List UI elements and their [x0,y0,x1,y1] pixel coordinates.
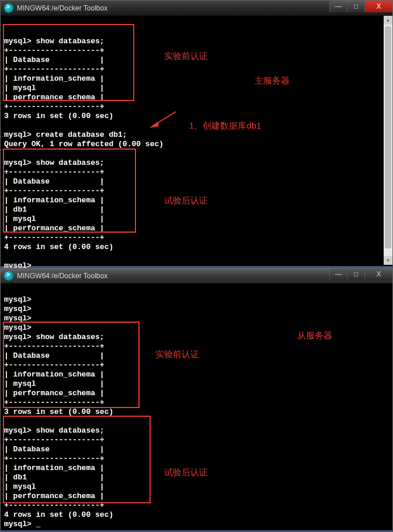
titlebar-top[interactable]: MINGW64:/e/Docker Toolbox — □ X [1,1,392,16]
table-separator: +--------------------+ [4,501,105,510]
close-button[interactable]: X [364,1,392,12]
scrollbar[interactable]: ▲ ▼ [384,16,392,265]
mysql-command: mysql> show databases; [4,158,105,167]
table-header: | Database | [4,445,105,454]
scroll-thumb[interactable] [385,26,391,248]
maximize-button[interactable]: □ [347,268,364,280]
table-row: | performance_schema | [4,389,105,398]
table-separator: +--------------------+ [4,168,105,177]
table-row: | performance_schema | [4,93,105,102]
window-controls: — □ X [329,1,392,12]
mysql-command: mysql> create database db1; [4,130,127,139]
result-line: 4 rows in set (0.00 sec) [4,243,113,251]
titlebar-bottom[interactable]: MINGW64:/e/Docker Toolbox — □ X [1,268,392,284]
table-separator: +--------------------+ [4,398,105,407]
window-title: MINGW64:/e/Docker Toolbox [17,272,107,280]
table-separator: +--------------------+ [4,233,105,242]
minimize-button[interactable]: — [329,268,347,280]
window-controls: — □ X [329,268,392,280]
terminal-output-bottom[interactable]: mysql> mysql> mysql> mysql> mysql> show … [1,284,392,530]
table-row: | db1 | [4,205,105,214]
mysql-command: mysql> show databases; [4,333,105,341]
window-title: MINGW64:/e/Docker Toolbox [17,4,107,12]
table-header: | Database | [4,177,105,186]
mysql-prompt: mysql> [4,323,32,332]
terminal-window-top: MINGW64:/e/Docker Toolbox — □ X mysql> s… [0,0,393,265]
result-line: Query OK, 1 row affected (0.00 sec) [4,140,164,148]
mysql-prompt-cursor: mysql> _ [4,520,40,528]
table-row: | mysql | [4,482,105,491]
terminal-output-top[interactable]: mysql> show databases; +----------------… [1,16,392,266]
table-row: | information_schema | [4,74,105,83]
table-row: | db1 | [4,473,105,482]
table-row: | information_schema | [4,464,105,472]
mysql-prompt: mysql> [4,314,32,323]
app-icon [4,4,13,13]
table-separator: +--------------------+ [4,436,105,444]
minimize-button[interactable]: — [329,1,347,12]
result-line: 3 rows in set (0.00 sec) [4,112,113,120]
table-header: | Database | [4,351,105,360]
scroll-up-arrow-icon[interactable]: ▲ [384,16,392,25]
table-row: | information_schema | [4,196,105,205]
line [4,417,9,426]
table-separator: +--------------------+ [4,361,105,369]
table-separator: +--------------------+ [4,342,105,351]
table-header: | Database | [4,56,105,64]
table-separator: +--------------------+ [4,65,105,74]
table-separator: +--------------------+ [4,454,105,463]
scroll-down-arrow-icon[interactable]: ▼ [384,256,392,265]
table-row: | mysql | [4,379,105,388]
mysql-command: mysql> show databases; [4,426,105,435]
terminal-window-bottom: MINGW64:/e/Docker Toolbox — □ X mysql> m… [0,268,393,530]
mysql-prompt: mysql> [4,295,32,304]
mysql-prompt: mysql> [4,305,32,313]
mysql-command: mysql> show databases; [4,37,105,46]
table-row: | mysql | [4,215,105,223]
result-line: 3 rows in set (0.00 sec) [4,407,113,416]
table-separator: +--------------------+ [4,46,105,55]
table-row: | performance_schema | [4,224,105,233]
table-row: | mysql | [4,84,105,92]
app-icon [4,271,13,281]
table-row: | information_schema | [4,370,105,379]
maximize-button[interactable]: □ [347,1,364,12]
close-button[interactable]: X [364,268,392,280]
table-row: | performance_schema | [4,492,105,500]
table-separator: +--------------------+ [4,102,105,111]
result-line: 4 rows in set (0.00 sec) [4,510,113,519]
table-separator: +--------------------+ [4,186,105,195]
